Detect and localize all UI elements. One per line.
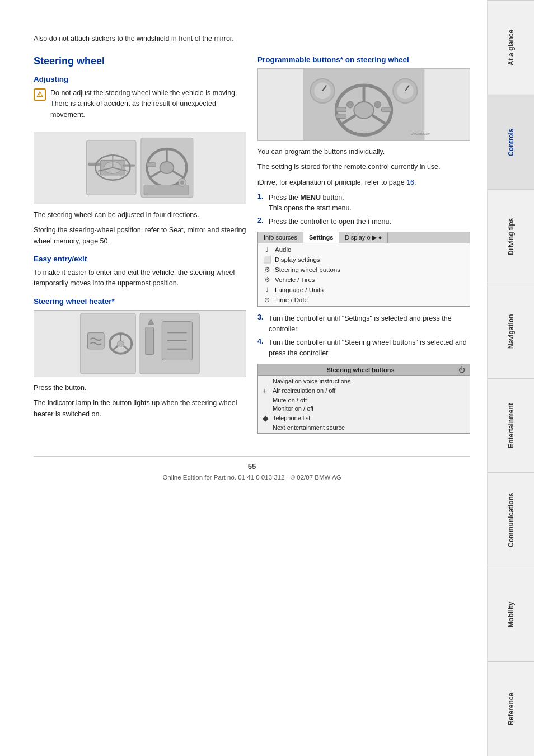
swb-item-mute-label: Mute on / off (273, 397, 307, 403)
heater-body1: Press the button. (34, 383, 246, 393)
step-4-num: 4. (257, 337, 266, 359)
sw-buttons-icon: ⚙ (263, 266, 271, 274)
swb-item-mute: Mute on / off (258, 396, 470, 405)
steering-wheel-diagram-top (34, 132, 246, 204)
swb-item-telephone-label: Telephone list (273, 415, 310, 421)
swb-item-entertainment: Next entertainment source (258, 424, 470, 432)
svg-point-18 (180, 181, 184, 185)
step-2-text: Press the controller to open the i menu. (269, 217, 391, 227)
swb-header-row: Steering wheel buttons ⏻ (258, 364, 470, 376)
main-content: Also do not attach stickers to the winds… (0, 0, 487, 756)
svg-point-11 (160, 162, 174, 173)
display-settings-label: Display settings (275, 256, 320, 263)
vehicle-tires-icon: ⚙ (263, 276, 271, 284)
swb-dot-5: ◆ (263, 414, 269, 422)
top-intro-text: Also do not attach stickers to the winds… (34, 34, 470, 44)
menu-items-list: ♩ Audio ⬜ Display settings ⚙ Steering wh… (258, 243, 470, 306)
swb-item-telephone: ◆ Telephone list (258, 413, 470, 424)
easy-entry-subtitle: Easy entry/exit (34, 255, 246, 263)
easy-entry-body: To make it easier to enter and exit the … (34, 267, 246, 289)
swb-item-navigation-label: Navigation voice instructions (273, 378, 350, 384)
sidebar: At a glance Controls Driving tips Naviga… (487, 0, 534, 756)
sidebar-tab-mobility[interactable]: Mobility (488, 567, 534, 661)
display-settings-icon: ⬜ (263, 256, 271, 264)
sidebar-tab-entertainment[interactable]: Entertainment (488, 378, 534, 473)
step-1-content: Press the MENU button. This opens the st… (269, 192, 352, 214)
svg-rect-41 (382, 107, 392, 112)
swb-item-air: + Air recirculation on / off (258, 386, 470, 396)
svg-point-49 (397, 82, 414, 99)
menu-item-display-settings: ⬜ Display settings (258, 255, 470, 265)
svg-rect-3 (88, 163, 100, 166)
step-3-num: 3. (257, 313, 266, 335)
swb-item-air-label: Air recirculation on / off (273, 387, 335, 394)
footer-text: Online Edition for Part no. 01 41 0 013 … (34, 474, 470, 481)
language-label: Language / Units (275, 287, 324, 293)
swb-power-icon: ⏻ (458, 366, 465, 374)
adjusting-body2: Storing the steering-wheel position, ref… (34, 225, 246, 247)
svg-text:UYChe0UD#: UYChe0UD# (411, 132, 430, 135)
audio-label: Audio (275, 246, 291, 253)
step-3-text: Turn the controller until "Settings" is … (269, 313, 470, 335)
svg-text:+: + (348, 102, 352, 108)
menu-bold: MENU (300, 194, 321, 201)
step-4: 4. Turn the controller until "Steering w… (257, 337, 470, 359)
svg-rect-39 (336, 107, 346, 112)
menu-tab-info[interactable]: Info sources (258, 232, 303, 243)
right-column: Programmable buttons* on steering wheel (257, 55, 470, 439)
menu-item-sw-buttons: ⚙ Steering wheel buttons (258, 265, 470, 275)
svg-rect-20 (88, 332, 105, 349)
steps-list: 1. Press the MENU button. This opens the… (257, 192, 470, 434)
step-1-sub: This opens the start menu. (269, 203, 352, 214)
step-4-text: Turn the controller until "Steering whee… (269, 337, 470, 359)
swb-dot-2: + (263, 386, 269, 395)
heater-subtitle: Steering wheel heater* (34, 297, 246, 306)
swb-item-navigation: Navigation voice instructions (258, 377, 470, 386)
time-label: Time / Date (275, 297, 308, 303)
swb-item-monitor-label: Monitor on / off (273, 405, 313, 412)
sw-buttons-label: Steering wheel buttons (275, 266, 340, 273)
step-2: 2. Press the controller to open the i me… (257, 217, 470, 227)
menu-tabs-row: Info sources Settings Display o ▶ ● (258, 232, 470, 243)
menu-tab-settings[interactable]: Settings (303, 232, 339, 243)
swb-header-label: Steering wheel buttons (263, 367, 458, 373)
warning-text: Do not adjust the steering wheel while t… (50, 88, 246, 120)
menu-item-audio: ♩ Audio (258, 245, 470, 255)
step-1-num: 1. (257, 192, 266, 214)
warning-box: ⚠ Do not adjust the steering wheel while… (34, 88, 246, 125)
svg-point-44 (374, 101, 381, 108)
programmable-subtitle: Programmable buttons* on steering wheel (257, 55, 470, 64)
heater-body2: The indicator lamp in the button lights … (34, 398, 246, 420)
menu-tab-display[interactable]: Display o ▶ ● (339, 232, 388, 243)
menu-item-language: ♩ Language / Units (258, 285, 470, 295)
menu-item-time: ⊙ Time / Date (258, 295, 470, 305)
programmable-body2: The setting is stored for the remote con… (257, 162, 470, 172)
swb-items-list: Navigation voice instructions + Air reci… (258, 376, 470, 433)
svg-point-35 (354, 102, 373, 119)
sidebar-tab-communications[interactable]: Communications (488, 472, 534, 567)
programmable-body3: iDrive, for explanation of principle, re… (257, 177, 470, 188)
section-title: Steering wheel (34, 55, 246, 67)
time-icon: ⊙ (263, 296, 271, 304)
sidebar-tab-driving-tips[interactable]: Driving tips (488, 189, 534, 284)
sidebar-tab-reference[interactable]: Reference (488, 661, 534, 756)
sidebar-tab-controls[interactable]: Controls (488, 95, 534, 189)
sidebar-tab-at-a-glance[interactable]: At a glance (488, 0, 534, 95)
programmable-diagram: + UYChe0UD# (257, 68, 470, 141)
heater-diagram (34, 310, 246, 377)
page-footer: 55 Online Edition for Part no. 01 41 0 0… (34, 456, 470, 481)
audio-icon: ♩ (263, 246, 271, 253)
svg-rect-27 (146, 327, 154, 354)
adjusting-subtitle: Adjusting (34, 75, 246, 83)
adjusting-body1: The steering wheel can be adjusted in fo… (34, 210, 246, 220)
page-link-16[interactable]: 16 (406, 179, 414, 186)
programmable-body1: You can program the buttons individually… (257, 147, 470, 157)
idrive-menu-screenshot: Info sources Settings Display o ▶ ● ♩ Au… (257, 232, 470, 307)
step-3: 3. Turn the controller until "Settings" … (257, 313, 470, 335)
svg-rect-40 (336, 114, 346, 118)
sidebar-tab-navigation[interactable]: Navigation (488, 284, 534, 378)
vehicle-tires-label: Vehicle / Tires (275, 276, 315, 283)
language-icon: ♩ (263, 286, 271, 294)
step-1: 1. Press the MENU button. This opens the… (257, 192, 470, 214)
menu-item-vehicle-tires: ⚙ Vehicle / Tires (258, 275, 470, 285)
